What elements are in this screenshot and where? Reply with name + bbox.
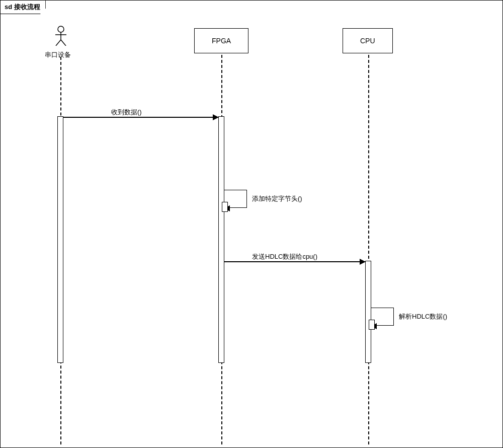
msg-label-parse-hdlc: 解析HDLC数据() (399, 312, 447, 321)
activation-cpu-self (369, 320, 375, 330)
participant-cpu: CPU (343, 28, 393, 53)
activation-actor (57, 116, 63, 363)
actor-label: 串口设备 (45, 50, 65, 59)
arrowhead-icon (360, 259, 366, 265)
svg-point-0 (58, 26, 64, 32)
diagram-content: 串口设备 FPGA CPU 收到数据() 添加特定字节头() 发送HD (1, 1, 502, 447)
activation-fpga (218, 116, 224, 363)
arrowhead-icon (213, 114, 219, 120)
msg-label-add-header: 添加特定字节头() (252, 194, 302, 203)
msg-label-receive-data: 收到数据() (111, 108, 142, 117)
fpga-label: FPGA (212, 37, 231, 45)
arrow-receive-data (63, 117, 218, 118)
arrow-send-hdlc (224, 261, 365, 262)
activation-fpga-self (222, 202, 228, 212)
actor-icon (51, 26, 71, 48)
activation-cpu (365, 261, 371, 363)
svg-line-4 (61, 40, 66, 46)
lifeline-cpu (368, 55, 369, 444)
msg-label-send-hdlc: 发送HDLC数据给cpu() (252, 252, 317, 261)
svg-line-3 (56, 40, 61, 46)
actor-serial-device: 串口设备 (51, 26, 71, 59)
participant-fpga: FPGA (194, 28, 248, 53)
sequence-diagram-frame: sd 接收流程 串口设备 FPGA CPU (0, 0, 503, 448)
cpu-label: CPU (360, 37, 375, 45)
